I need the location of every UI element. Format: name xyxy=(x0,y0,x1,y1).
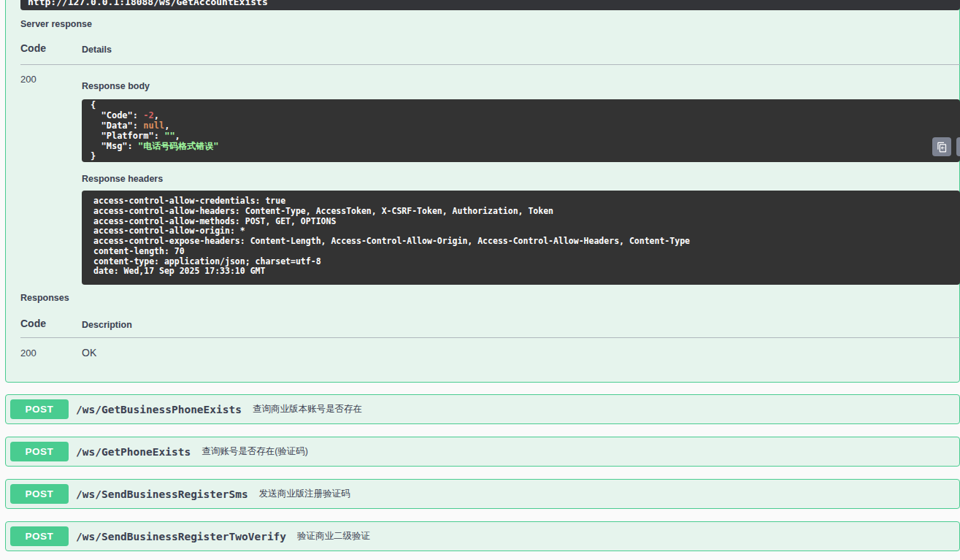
swagger-ui-page: { "colors": { "accent_green": "#49cc90",… xyxy=(0,0,960,560)
response-body-codeblock: { "Code": -2, "Data": null, "Platform": … xyxy=(82,99,960,162)
endpoint-path: /ws/GetPhoneExists xyxy=(76,446,191,458)
response-headers-codeblock: access-control-allow-credentials: true a… xyxy=(82,191,960,285)
request-url-text: http://127.0.0.1:18088/ws/GetAccountExis… xyxy=(28,0,268,7)
responses-code-header: Code xyxy=(20,318,46,329)
json-key-platform: "Platform" xyxy=(101,131,153,141)
endpoint-description: 发送商业版注册验证码 xyxy=(259,488,350,500)
endpoint-row-get-phone-exists[interactable]: POST /ws/GetPhoneExists 查询账号是否存在(验证码) xyxy=(5,437,960,467)
responses-row-code: 200 xyxy=(20,348,37,358)
request-url-bar: http://127.0.0.1:18088/ws/GetAccountExis… xyxy=(20,0,960,10)
endpoint-description: 查询商业版本账号是否存在 xyxy=(253,403,362,415)
response-body-label: Response body xyxy=(82,81,150,91)
endpoint-path: /ws/SendBusinessRegisterSms xyxy=(76,488,248,500)
json-key-data: "Data" xyxy=(101,120,132,131)
json-value-code: -2 xyxy=(143,110,153,120)
post-method-button[interactable]: POST xyxy=(10,526,69,546)
server-response-details-header: Details xyxy=(82,45,112,55)
response-header-line: content-type: application/json; charset=… xyxy=(93,257,960,267)
response-header-line: access-control-allow-credentials: true xyxy=(93,196,960,207)
endpoint-row-send-business-register-two-verify[interactable]: POST /ws/SendBusinessRegisterTwoVerify 验… xyxy=(5,521,960,551)
json-open-brace: { xyxy=(91,100,96,110)
response-header-line: access-control-allow-headers: Content-Ty… xyxy=(93,207,960,217)
post-method-button[interactable]: POST xyxy=(10,399,69,419)
json-key-msg: "Msg" xyxy=(101,141,127,151)
server-response-title: Server response xyxy=(20,19,92,29)
endpoint-path: /ws/SendBusinessRegisterTwoVerify xyxy=(76,531,286,542)
response-header-line: date: Wed,17 Sep 2025 17:33:10 GMT xyxy=(93,266,960,277)
json-value-data: null xyxy=(143,120,164,131)
server-response-code-header: Code xyxy=(20,42,46,54)
post-method-button[interactable]: POST xyxy=(10,442,69,461)
response-header-line: access-control-expose-headers: Content-L… xyxy=(93,237,960,247)
server-response-status-code: 200 xyxy=(20,74,37,85)
responses-table-divider xyxy=(20,337,960,338)
response-header-line: access-control-allow-methods: POST, GET,… xyxy=(93,217,960,227)
responses-row-description: OK xyxy=(82,347,96,358)
json-key-code: "Code" xyxy=(101,110,132,120)
responses-title: Responses xyxy=(20,293,69,303)
server-response-table-divider xyxy=(20,64,960,65)
response-header-line: content-length: 70 xyxy=(93,247,960,257)
json-close-brace: } xyxy=(91,151,96,161)
post-method-button[interactable]: POST xyxy=(10,484,69,504)
endpoint-row-send-business-register-sms[interactable]: POST /ws/SendBusinessRegisterSms 发送商业版注册… xyxy=(5,479,960,509)
clipboard-copy-icon xyxy=(937,142,948,153)
responses-description-header: Description xyxy=(82,320,132,330)
endpoint-description: 查询账号是否存在(验证码) xyxy=(201,445,308,458)
json-value-platform: "" xyxy=(164,131,174,141)
endpoint-path: /ws/GetBusinessPhoneExists xyxy=(76,404,242,415)
response-header-line: access-control-allow-origin: * xyxy=(93,226,960,237)
endpoint-description: 验证商业二级验证 xyxy=(297,530,370,542)
copy-to-clipboard-button[interactable] xyxy=(932,137,951,156)
response-headers-label: Response headers xyxy=(82,174,163,184)
endpoint-row-get-business-phone-exists[interactable]: POST /ws/GetBusinessPhoneExists 查询商业版本账号… xyxy=(5,394,960,424)
json-value-msg: "电话号码格式错误" xyxy=(138,141,218,151)
download-response-button[interactable] xyxy=(956,137,960,156)
